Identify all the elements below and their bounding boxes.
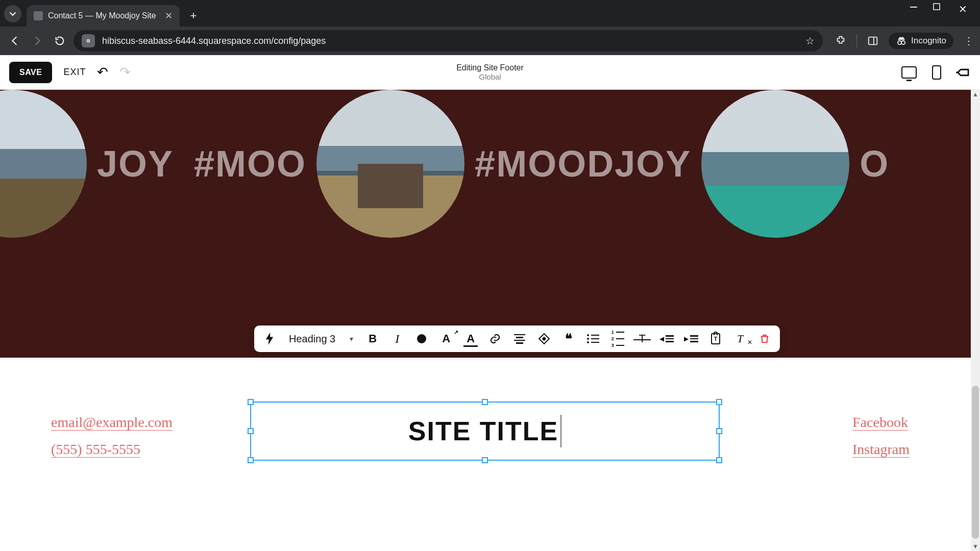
indent-button[interactable]: ▶: [684, 335, 698, 342]
forward-button[interactable]: [29, 32, 46, 49]
site-info-icon[interactable]: [82, 34, 95, 47]
chevron-down-icon: ▾: [350, 335, 353, 343]
svg-rect-0: [934, 4, 940, 10]
reload-button[interactable]: [51, 32, 68, 49]
numbered-list-button[interactable]: 1 2 3: [610, 330, 625, 348]
svg-point-3: [898, 41, 901, 44]
browser-titlebar: Contact 5 — My Moodjoy Site ✕ + − ✕: [0, 0, 980, 27]
desktop-view-button[interactable]: [901, 66, 917, 79]
marquee-text: #MOO: [184, 143, 316, 185]
incognito-icon: [896, 36, 907, 45]
italic-button[interactable]: I: [390, 332, 404, 346]
ai-assist-icon[interactable]: [262, 333, 277, 345]
marquee-image: [0, 90, 87, 238]
close-window-button[interactable]: ✕: [958, 3, 968, 19]
app-root: SAVE EXIT ↶ ↷ Editing Site Footer Global…: [0, 55, 980, 551]
marquee-text: #MOODJOY: [464, 143, 701, 185]
delete-block-button[interactable]: [757, 333, 772, 344]
resize-handle[interactable]: [482, 457, 488, 463]
exit-button[interactable]: EXIT: [63, 67, 86, 78]
tab-title: Contact 5 — My Moodjoy Site: [48, 11, 156, 20]
favicon-icon: [34, 11, 43, 20]
resize-handle[interactable]: [716, 428, 722, 434]
url-text: hibiscus-seabass-6444.squarespace.com/co…: [102, 36, 798, 46]
clear-format-button[interactable]: [537, 335, 551, 343]
incognito-label: Incognito: [911, 36, 946, 46]
footer-section[interactable]: email@example.com (555) 555-5555 SITE TI…: [0, 358, 971, 551]
resize-handle[interactable]: [716, 399, 722, 405]
footer-contact-column: email@example.com (555) 555-5555: [51, 409, 173, 463]
text-size-button[interactable]: A↗: [439, 332, 453, 345]
footer-email-link[interactable]: email@example.com: [51, 409, 173, 436]
editor-context: Editing Site Footer Global: [456, 63, 524, 81]
mobile-view-button[interactable]: [932, 65, 941, 80]
editor-canvas[interactable]: JOY #MOO #MOODJOY O email@example.com (5…: [0, 90, 971, 551]
marquee-text: O: [849, 143, 899, 185]
address-bar[interactable]: hibiscus-seabass-6444.squarespace.com/co…: [74, 30, 823, 52]
bold-button[interactable]: B: [365, 332, 380, 345]
back-button[interactable]: [6, 32, 23, 49]
new-tab-button[interactable]: +: [185, 7, 202, 24]
editor-header: SAVE EXIT ↶ ↷ Editing Site Footer Global: [0, 55, 980, 90]
paste-as-text-button[interactable]: [708, 333, 723, 344]
footer-social-column: Facebook Instagram: [852, 409, 910, 463]
scroll-up-arrow-icon[interactable]: ▲: [971, 90, 980, 99]
save-button[interactable]: SAVE: [9, 62, 52, 83]
text-style-label: Heading 3: [289, 333, 335, 345]
text-highlight-button[interactable]: A: [463, 332, 478, 345]
toolbar-separator: [856, 34, 857, 47]
minimize-button[interactable]: −: [909, 0, 919, 15]
incognito-badge[interactable]: Incognito: [889, 33, 953, 49]
bookmark-star-icon[interactable]: ☆: [805, 35, 815, 47]
strikethrough-button[interactable]: T: [635, 332, 649, 345]
text-format-toolbar: Heading 3 ▾ B I A↗ A ❝ 1 2 3 T ◀ ▶ T✕: [254, 325, 780, 352]
color-swatch-icon: [417, 334, 426, 343]
bullet-list-button[interactable]: [586, 334, 600, 343]
window-controls: − ✕: [909, 3, 980, 27]
browser-tab[interactable]: Contact 5 — My Moodjoy Site ✕: [27, 5, 180, 27]
redo-button: ↷: [119, 64, 131, 80]
undo-button[interactable]: ↶: [97, 64, 108, 80]
editor-context-scope: Global: [456, 72, 524, 81]
marquee-text: JOY: [87, 143, 184, 185]
scroll-down-arrow-icon[interactable]: ▼: [971, 542, 980, 551]
text-style-dropdown[interactable]: Heading 3 ▾: [287, 333, 355, 345]
resize-handle[interactable]: [716, 457, 722, 463]
resize-handle[interactable]: [248, 399, 254, 405]
side-panel-icon[interactable]: [867, 35, 878, 46]
browser-menu-button[interactable]: ⋮: [964, 39, 974, 43]
svg-rect-1: [869, 37, 877, 45]
text-align-button[interactable]: [512, 334, 527, 344]
selected-text-block[interactable]: SITE TITLE: [250, 402, 720, 461]
outdent-button[interactable]: ◀: [659, 335, 674, 342]
marquee-image: [316, 90, 464, 238]
text-caret: [560, 415, 561, 447]
site-title-text[interactable]: SITE TITLE: [408, 416, 558, 446]
marquee-image: [701, 90, 849, 238]
footer-instagram-link[interactable]: Instagram: [852, 436, 910, 463]
vertical-scrollbar[interactable]: ▲ ▼: [971, 90, 980, 551]
footer-facebook-link[interactable]: Facebook: [852, 409, 910, 436]
svg-point-4: [901, 41, 905, 44]
tab-search-button[interactable]: [4, 5, 21, 22]
extensions-icon[interactable]: [835, 35, 846, 46]
editor-context-title: Editing Site Footer: [456, 63, 524, 72]
chevron-down-icon: [9, 10, 16, 17]
marquee-banner: JOY #MOO #MOODJOY O: [0, 90, 971, 238]
hero-section[interactable]: JOY #MOO #MOODJOY O: [0, 90, 971, 358]
maximize-button[interactable]: [933, 3, 943, 19]
resize-handle[interactable]: [248, 428, 254, 434]
browser-toolbar: hibiscus-seabass-6444.squarespace.com/co…: [0, 27, 980, 55]
scrollbar-thumb[interactable]: [972, 386, 979, 539]
styles-brush-button[interactable]: [953, 62, 974, 83]
text-color-button[interactable]: [414, 334, 429, 343]
link-button[interactable]: [488, 333, 502, 345]
remove-formatting-button[interactable]: T✕: [733, 332, 747, 345]
resize-handle[interactable]: [482, 399, 488, 405]
tab-close-button[interactable]: ✕: [165, 10, 173, 21]
blockquote-button[interactable]: ❝: [561, 331, 576, 347]
footer-phone-link[interactable]: (555) 555-5555: [51, 436, 173, 463]
resize-handle[interactable]: [248, 457, 254, 463]
